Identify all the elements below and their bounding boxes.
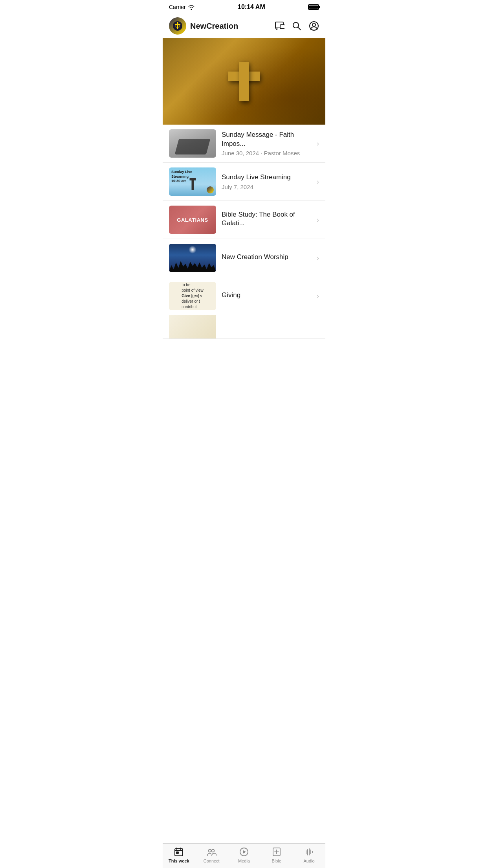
item-thumbnail: GALATIANS: [169, 206, 216, 234]
chevron-right-icon: ›: [317, 140, 319, 148]
item-title: Sunday Message - Faith Impos...: [222, 131, 314, 148]
item-title: Giving: [222, 291, 314, 300]
item-info: New Creation Worship: [222, 253, 314, 263]
app-title: NewCreation: [190, 22, 238, 31]
svg-rect-3: [280, 25, 284, 29]
profile-button[interactable]: [309, 21, 319, 31]
item-subtitle: July 7, 2024: [222, 184, 314, 190]
live-overlay-text: Sunday Live Streaming 10:30 am: [171, 170, 192, 184]
live-cross-v: [191, 180, 194, 190]
item-thumbnail: to bepoint of viewGive [gɪv] vdeliver or…: [169, 282, 216, 310]
list-item[interactable]: New Creation Worship ›: [163, 239, 325, 277]
svg-point-7: [312, 23, 316, 26]
item-title: New Creation Worship: [222, 253, 314, 261]
partial-thumb: [169, 315, 216, 339]
list-item-partial: [163, 315, 325, 339]
header-icons: [274, 21, 319, 31]
wifi-icon: [188, 5, 195, 10]
svg-line-5: [298, 28, 301, 30]
app-header: NewCreation: [163, 14, 325, 38]
galatians-label: GALATIANS: [177, 217, 208, 223]
list-item[interactable]: GALATIANS Bible Study: The Book of Galat…: [163, 201, 325, 239]
hero-cross: [228, 62, 260, 101]
item-title: Sunday Live Streaming: [222, 173, 314, 182]
hero-banner: [163, 38, 325, 125]
chevron-right-icon: ›: [317, 178, 319, 186]
thumb-live-stream: Sunday Live Streaming 10:30 am: [169, 167, 216, 196]
thumb-faith-shadow: [175, 139, 211, 154]
live-cross-thumb: [189, 185, 196, 190]
item-thumbnail: [169, 244, 216, 272]
battery-icon: [308, 4, 319, 10]
chevron-right-icon: ›: [317, 216, 319, 224]
chevron-right-icon: ›: [317, 292, 319, 300]
scroll-content: Sunday Message - Faith Impos... June 30,…: [163, 38, 325, 366]
item-thumbnail: [169, 129, 216, 158]
live-logo: [207, 186, 214, 193]
cross-shape: [228, 62, 260, 101]
list-item[interactable]: Sunday Live Streaming 10:30 am Sunday Li…: [163, 163, 325, 201]
thumb-giving: to bepoint of viewGive [gɪv] vdeliver or…: [169, 282, 216, 310]
item-title: Bible Study: The Book of Galati...: [222, 210, 314, 228]
worship-crowd: [169, 258, 216, 272]
item-info: Giving: [222, 291, 314, 301]
thumb-galatians: GALATIANS: [169, 206, 216, 234]
item-subtitle: June 30, 2024 · Pastor Moses: [222, 150, 314, 156]
list-container: Sunday Message - Faith Impos... June 30,…: [163, 125, 325, 339]
thumb-faith-impos: [169, 129, 216, 158]
worship-light: [189, 246, 196, 254]
item-info: Sunday Live Streaming July 7, 2024: [222, 173, 314, 190]
item-thumbnail: Sunday Live Streaming 10:30 am: [169, 167, 216, 196]
giving-text: to bepoint of viewGive [gɪv] vdeliver or…: [180, 282, 205, 310]
cross-vertical: [239, 62, 249, 101]
chat-button[interactable]: [274, 21, 284, 31]
carrier-text: Carrier: [169, 4, 195, 10]
app-logo: [169, 17, 186, 35]
list-item[interactable]: to bepoint of viewGive [gɪv] vdeliver or…: [163, 277, 325, 315]
app-logo-container: NewCreation: [169, 17, 274, 35]
chevron-right-icon: ›: [317, 254, 319, 262]
list-item[interactable]: Sunday Message - Faith Impos... June 30,…: [163, 125, 325, 163]
status-time: 10:14 AM: [238, 4, 265, 11]
item-info: Sunday Message - Faith Impos... June 30,…: [222, 131, 314, 156]
search-button[interactable]: [292, 21, 302, 31]
item-info: Bible Study: The Book of Galati...: [222, 210, 314, 229]
thumb-worship: [169, 244, 216, 272]
status-bar: Carrier 10:14 AM: [163, 0, 325, 14]
